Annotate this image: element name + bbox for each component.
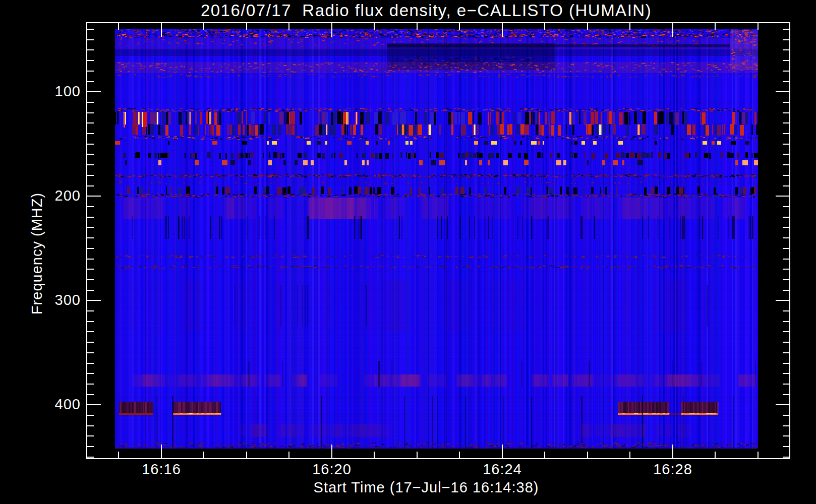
x-tick-mark <box>374 452 375 458</box>
y-tick-mark-right <box>783 384 789 385</box>
y-tick-label: 100 <box>46 83 81 100</box>
x-tick-mark-top <box>161 23 162 37</box>
y-tick-mark-right <box>783 60 789 61</box>
y-tick-mark <box>87 425 94 426</box>
y-tick-mark-right <box>783 185 789 186</box>
y-tick-mark <box>87 404 101 405</box>
x-tick-mark <box>161 445 162 458</box>
y-tick-mark <box>87 227 94 228</box>
y-tick-mark-right <box>783 237 789 238</box>
y-tick-mark-right <box>776 196 789 197</box>
y-tick-mark-right <box>783 415 789 416</box>
x-tick-mark-top <box>118 23 119 30</box>
x-tick-mark-top <box>203 23 204 30</box>
y-tick-mark <box>87 164 94 165</box>
y-tick-mark <box>87 133 94 134</box>
y-tick-mark <box>87 342 94 343</box>
y-tick-mark-right <box>783 154 789 155</box>
chart-title: 2016/07/17 Radio flux density, e−CALLIST… <box>201 1 652 20</box>
y-tick-mark-right <box>783 352 789 353</box>
y-tick-mark-right <box>783 435 789 436</box>
y-tick-mark <box>87 29 94 30</box>
y-tick-mark-right <box>783 269 789 270</box>
x-tick-mark-top <box>288 23 289 30</box>
x-tick-mark <box>417 452 418 458</box>
y-tick-mark <box>87 321 94 322</box>
x-tick-mark-top <box>374 23 375 30</box>
x-tick-mark <box>544 452 545 458</box>
y-tick-mark <box>87 185 94 186</box>
y-tick-mark <box>87 373 94 374</box>
y-tick-mark <box>87 290 94 291</box>
y-tick-mark-right <box>783 29 789 30</box>
y-tick-mark-right <box>783 144 789 145</box>
x-tick-mark <box>629 452 630 458</box>
x-tick-mark-top <box>331 23 332 37</box>
y-tick-mark-right <box>783 425 789 426</box>
y-tick-mark <box>87 457 94 458</box>
y-tick-mark-right <box>783 227 789 228</box>
y-tick-mark <box>87 300 101 301</box>
y-tick-mark <box>87 352 94 353</box>
y-tick-mark-right <box>783 310 789 311</box>
x-tick-label: 16:16 <box>142 461 181 478</box>
y-axis-title: Frequency (MHZ) <box>29 193 45 314</box>
y-tick-label: 300 <box>46 292 81 308</box>
x-tick-mark <box>246 452 247 458</box>
x-tick-mark-top <box>672 23 673 37</box>
x-tick-mark-top <box>502 23 503 37</box>
y-tick-mark <box>87 112 94 113</box>
y-tick-mark-right <box>783 248 789 249</box>
y-tick-mark-right <box>783 49 789 50</box>
y-tick-mark-right <box>783 217 789 218</box>
y-tick-mark <box>87 39 94 40</box>
plot-frame <box>86 22 790 459</box>
y-tick-mark-right <box>783 175 789 176</box>
y-tick-mark <box>87 446 94 447</box>
x-tick-mark <box>757 452 759 458</box>
y-tick-mark <box>87 269 94 270</box>
y-tick-mark-right <box>783 342 789 343</box>
y-tick-mark <box>87 248 94 249</box>
y-tick-mark <box>87 206 94 207</box>
y-tick-mark <box>87 49 94 50</box>
y-tick-mark-right <box>783 259 789 260</box>
y-tick-mark <box>87 175 94 176</box>
y-tick-mark-right <box>783 363 789 364</box>
x-tick-mark-top <box>459 23 460 30</box>
x-tick-label: 16:20 <box>312 461 352 478</box>
y-tick-label: 200 <box>46 187 81 204</box>
y-tick-mark-right <box>783 206 789 207</box>
y-tick-mark-right <box>776 91 789 92</box>
x-tick-label: 16:24 <box>483 461 522 478</box>
y-tick-mark <box>87 331 94 332</box>
x-tick-mark <box>331 445 332 458</box>
x-tick-mark-top <box>417 23 418 30</box>
y-tick-mark <box>87 237 94 238</box>
y-tick-label: 400 <box>46 396 81 413</box>
y-tick-mark-right <box>783 279 789 280</box>
y-tick-mark <box>87 154 94 155</box>
y-tick-mark <box>87 144 94 145</box>
x-tick-mark <box>459 452 460 458</box>
x-tick-label: 16:28 <box>653 461 692 478</box>
y-tick-mark-right <box>783 321 789 322</box>
y-tick-mark-right <box>783 373 789 374</box>
x-axis-title: Start Time (17−Jul−16 16:14:38) <box>314 479 539 496</box>
y-tick-mark <box>87 71 94 72</box>
x-tick-mark-top <box>246 23 247 30</box>
y-tick-mark <box>87 259 94 260</box>
y-tick-mark-right <box>783 102 789 103</box>
y-tick-mark-right <box>783 331 789 332</box>
y-tick-mark-right <box>783 457 789 458</box>
y-tick-mark <box>87 435 94 436</box>
x-tick-mark <box>672 445 673 458</box>
y-tick-mark <box>87 81 94 82</box>
y-tick-mark <box>87 310 94 311</box>
x-tick-mark <box>502 445 503 458</box>
x-tick-mark <box>715 452 716 458</box>
y-tick-mark <box>87 384 94 385</box>
y-tick-mark <box>87 102 94 103</box>
x-tick-mark-top <box>757 23 759 30</box>
y-tick-mark <box>87 394 94 395</box>
